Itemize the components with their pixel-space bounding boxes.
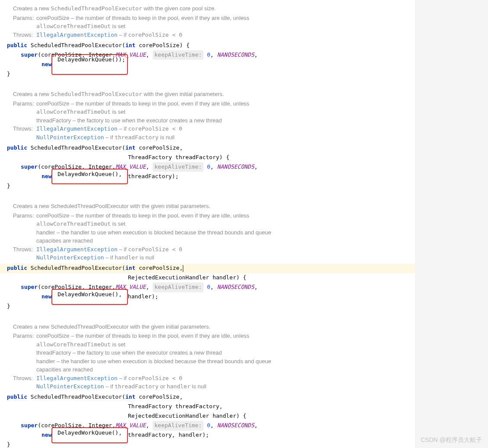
doc-param: handler – the handler to use when execut… (36, 228, 278, 245)
doc-text: with the given initial parameters. (142, 91, 224, 97)
params-label: Params: (13, 332, 36, 340)
doc-text: – if (104, 383, 115, 390)
code-line[interactable]: public ScheduledThreadPoolExecutor(int c… (0, 393, 415, 402)
code-text: , (254, 162, 258, 172)
parameter-hint: keepAliveTime: (153, 50, 204, 60)
doc-text: is null (138, 254, 154, 261)
throws-label: Throws: (13, 245, 36, 254)
keyword-super: super (21, 421, 38, 430)
doc-text: is set (111, 341, 125, 348)
doc-param: corePoolSize – the number of threads to … (36, 333, 249, 339)
doc-code: allowCoreThreadTimeOut (36, 23, 111, 29)
ctor-text: ScheduledThreadPoolExecutor( (27, 143, 125, 153)
code-text: , (211, 282, 217, 292)
code-text: ThreadFactory threadFactory) { (128, 153, 230, 162)
doc-code: threadFactory (115, 134, 159, 141)
code-line[interactable]: new DelayedWorkQueue(), threadFactory); (0, 172, 415, 181)
params-label: Params: (13, 211, 36, 220)
code-line[interactable]: new DelayedWorkQueue(), handler); (0, 292, 415, 302)
highlighted-code-box: DelayedWorkQueue(), (51, 427, 128, 443)
keyword-public: public (7, 263, 27, 273)
doc-text: is null (159, 134, 175, 141)
param-text: corePoolSize) { (135, 41, 189, 50)
ctor-text: ScheduledThreadPoolExecutor( (27, 263, 125, 273)
code-line-active[interactable]: public ScheduledThreadPoolExecutor(int c… (0, 264, 422, 273)
parameter-hint: keepAliveTime: (153, 282, 204, 292)
code-line[interactable]: public ScheduledThreadPoolExecutor(int c… (0, 143, 415, 153)
code-line[interactable]: RejectedExecutionHandler handler) { (0, 273, 415, 283)
const-nanoseconds: NANOSECONDS (217, 50, 254, 60)
exception-link[interactable]: IllegalArgumentException (36, 32, 118, 38)
code-text: , (146, 50, 153, 60)
doc-text: – if (118, 32, 128, 38)
number-literal: 0 (204, 282, 211, 292)
doc-class: ScheduledThreadPoolExecutor (51, 91, 142, 97)
doc-param: corePoolSize – the number of threads to … (36, 212, 249, 219)
doc-text: – if (118, 375, 128, 381)
javadoc-block-2: Creates a new ScheduledThreadPoolExecuto… (13, 88, 415, 143)
doc-code: allowCoreThreadTimeOut (36, 221, 111, 227)
throws-label: Throws: (13, 125, 36, 133)
exception-link[interactable]: IllegalArgumentException (36, 246, 118, 253)
doc-class: ScheduledThreadPoolExecutor (51, 5, 142, 12)
doc-code: corePoolSize < 0 (128, 375, 182, 381)
boxed-code: DelayedWorkQueue()); (54, 56, 125, 63)
number-literal: 0 (204, 50, 211, 60)
exception-link[interactable]: IllegalArgumentException (36, 375, 118, 381)
code-editor[interactable]: Creates a new ScheduledThreadPoolExecuto… (0, 0, 415, 448)
doc-text: is set (111, 221, 125, 227)
exception-link[interactable]: IllegalArgumentException (36, 125, 118, 132)
ctor-text: ScheduledThreadPoolExecutor( (27, 41, 125, 50)
const-nanoseconds: NANOSECONDS (217, 421, 254, 430)
boxed-code: DelayedWorkQueue(), (54, 291, 125, 298)
doc-text: is set (111, 23, 125, 29)
code-text: , (211, 50, 217, 60)
code-line[interactable]: ThreadFactory threadFactory) { (0, 153, 415, 162)
text-caret (183, 265, 183, 272)
javadoc-block-1: Creates a new ScheduledThreadPoolExecuto… (13, 3, 415, 41)
boxed-code: DelayedWorkQueue(), (54, 429, 125, 436)
number-literal: 0 (204, 421, 211, 430)
code-line[interactable]: public ScheduledThreadPoolExecutor(int c… (0, 41, 415, 50)
keyword-super: super (21, 282, 38, 292)
code-text: threadFactory); (128, 172, 179, 181)
doc-summary: Creates a new ScheduledThreadPoolExecuto… (13, 323, 415, 331)
keyword-new: new (41, 172, 51, 181)
param-text: corePoolSize, (135, 263, 183, 273)
code-text: , (211, 421, 217, 430)
code-text: RejectedExecutionHandler handler) { (128, 411, 246, 421)
doc-text: – if (104, 134, 115, 141)
exception-link[interactable]: NullPointerException (36, 254, 104, 261)
doc-param: handler – the handler to use when execut… (36, 357, 278, 374)
doc-code: handler (115, 254, 138, 261)
code-line[interactable]: new DelayedWorkQueue(), threadFactory, h… (0, 431, 415, 440)
code-line[interactable]: new DelayedWorkQueue()); (0, 60, 415, 69)
highlighted-code-box: DelayedWorkQueue()); (51, 54, 128, 75)
parameter-hint: keepAliveTime: (153, 162, 204, 172)
const-nanoseconds: NANOSECONDS (217, 162, 254, 172)
keyword-int: int (125, 263, 135, 273)
throws-label: Throws: (13, 31, 36, 39)
throws-label: Throws: (13, 374, 36, 383)
doc-param: threadFactory – the factory to use when … (36, 116, 278, 125)
exception-link[interactable]: NullPointerException (36, 134, 104, 141)
doc-code: allowCoreThreadTimeOut (36, 341, 111, 348)
javadoc-block-3: Creates a new ScheduledThreadPoolExecuto… (13, 200, 415, 264)
highlighted-code-box: DelayedWorkQueue(), (51, 289, 128, 304)
keyword-public: public (7, 41, 27, 50)
ctor-text: ScheduledThreadPoolExecutor( (27, 392, 125, 402)
keyword-int: int (125, 41, 135, 50)
doc-summary: Creates a new ScheduledThreadPoolExecuto… (13, 202, 415, 211)
doc-text: Creates a new (13, 5, 51, 12)
close-brace: } (7, 301, 10, 311)
watermark-text: CSDN @程序员大航子 (421, 435, 482, 445)
parameter-hint: keepAliveTime: (153, 421, 204, 430)
code-text: threadFactory, handler); (128, 430, 209, 440)
code-line[interactable]: RejectedExecutionHandler handler) { (0, 412, 415, 421)
close-brace: } (7, 181, 10, 191)
doc-text: – if (118, 125, 128, 132)
code-text: , (254, 282, 258, 292)
code-line[interactable]: ThreadFactory threadFactory, (0, 402, 415, 412)
exception-link[interactable]: NullPointerException (36, 383, 104, 390)
keyword-new: new (41, 430, 51, 440)
